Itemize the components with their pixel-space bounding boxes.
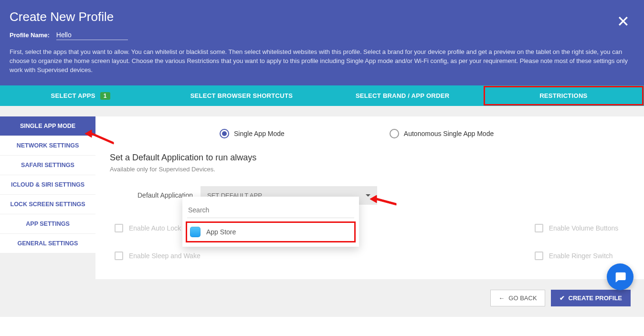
sidebar-item-lock-screen[interactable]: LOCK SCREEN SETTINGS — [0, 195, 95, 214]
page-description: First, select the apps that you want to … — [10, 48, 634, 75]
profile-name-row: Profile Name: — [10, 31, 634, 40]
mode-single-app[interactable]: Single App Mode — [220, 129, 285, 138]
sidebar-item-safari-settings[interactable]: SAFARI SETTINGS — [0, 156, 95, 175]
content-area: SINGLE APP MODE NETWORK SETTINGS SAFARI … — [0, 106, 644, 279]
mode-label: Single App Mode — [234, 130, 285, 137]
mode-selection-row: Single App Mode Autonomous Single App Mo… — [220, 129, 630, 138]
default-app-dropdown: App Store — [182, 197, 359, 247]
profile-name-label: Profile Name: — [10, 32, 50, 39]
check-enable-sleep-wake[interactable]: Enable Sleep and Wake — [115, 252, 201, 260]
button-label: GO BACK — [508, 294, 537, 302]
tab-select-apps[interactable]: SELECT APPS 1 — [0, 85, 161, 106]
arrow-left-icon: ← — [498, 294, 505, 302]
check-enable-ringer-switch[interactable]: Enable Ringer Switch — [535, 252, 619, 260]
sidebar-item-single-app-mode[interactable]: SINGLE APP MODE — [0, 116, 95, 136]
profile-name-input[interactable] — [56, 31, 128, 40]
tab-browser-shortcuts[interactable]: SELECT BROWSER SHORTCUTS — [161, 85, 322, 106]
step-tabbar: SELECT APPS 1 SELECT BROWSER SHORTCUTS S… — [0, 85, 644, 106]
check-label: Enable Ringer Switch — [549, 252, 613, 260]
mode-autonomous[interactable]: Autonomous Single App Mode — [390, 129, 494, 138]
close-icon[interactable]: ✕ — [617, 12, 630, 31]
app-store-icon — [190, 227, 201, 237]
tab-badge: 1 — [100, 92, 110, 100]
checkbox-icon — [115, 252, 123, 260]
check-icon: ✔ — [560, 294, 565, 302]
checkbox-icon — [115, 224, 123, 232]
page-title: Create New Profile — [10, 10, 634, 24]
dropdown-search-input[interactable] — [187, 203, 354, 218]
checkbox-icon — [535, 224, 543, 232]
sidebar-item-icloud-siri[interactable]: ICLOUD & SIRI SETTINGS — [0, 175, 95, 195]
check-enable-volume-buttons[interactable]: Enable Volume Buttons — [535, 224, 619, 232]
footer-bar: ← GO BACK ✔ CREATE PROFILE — [0, 279, 644, 317]
sidebar-item-general-settings[interactable]: GENERAL SETTINGS — [0, 234, 95, 253]
page-header: ✕ Create New Profile Profile Name: First… — [0, 0, 644, 85]
radio-icon — [390, 129, 399, 138]
create-profile-button[interactable]: ✔ CREATE PROFILE — [551, 290, 631, 306]
check-label: Enable Volume Buttons — [549, 224, 619, 232]
dropdown-item-app-store[interactable]: App Store — [187, 223, 354, 241]
restrictions-sidebar: SINGLE APP MODE NETWORK SETTINGS SAFARI … — [0, 116, 95, 253]
tab-label: SELECT APPS — [51, 92, 95, 99]
section-title: Set a Default Application to run always — [110, 153, 630, 163]
check-label: Enable Auto Lock — [129, 224, 181, 232]
tab-restrictions[interactable]: RESTRICTIONS — [483, 85, 644, 106]
section-subtitle: Available only for Supervised Devices. — [110, 166, 630, 173]
go-back-button[interactable]: ← GO BACK — [490, 290, 545, 306]
mode-label: Autonomous Single App Mode — [404, 130, 494, 137]
chat-icon — [613, 270, 627, 284]
check-label: Enable Sleep and Wake — [129, 252, 201, 260]
sidebar-item-app-settings[interactable]: APP SETTINGS — [0, 214, 95, 234]
main-panel: Single App Mode Autonomous Single App Mo… — [95, 116, 644, 279]
tab-brand-order[interactable]: SELECT BRAND / APP ORDER — [322, 85, 483, 106]
checkbox-icon — [535, 252, 543, 260]
dropdown-item-label: App Store — [206, 228, 236, 236]
button-label: CREATE PROFILE — [569, 294, 622, 302]
radio-checked-icon — [220, 129, 229, 138]
checkbox-col-2: Enable Volume Buttons Enable Ringer Swit… — [535, 224, 619, 260]
chat-fab[interactable] — [607, 263, 633, 290]
caret-down-icon — [366, 194, 370, 197]
sidebar-item-network-settings[interactable]: NETWORK SETTINGS — [0, 136, 95, 156]
